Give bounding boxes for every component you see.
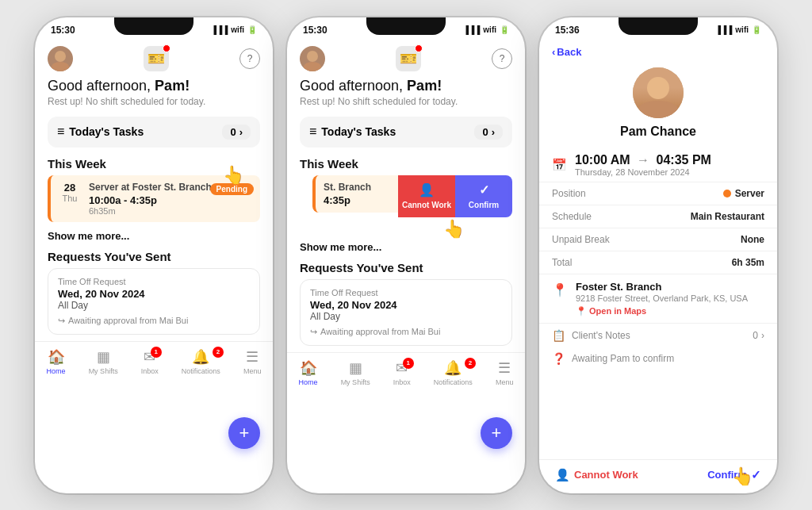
- notch-2: [366, 17, 446, 35]
- awaiting-row-3: ❓ Awaiting Pam to confirm: [539, 347, 777, 370]
- location-address-3: 9218 Foster Street, Overland Park, KS, U…: [576, 293, 748, 305]
- status-time-1: 15:30: [51, 25, 75, 36]
- notch-3: [619, 17, 698, 35]
- show-more-1[interactable]: Show me more...: [35, 227, 273, 248]
- request-type-2: Time Off Request: [310, 288, 502, 297]
- request-date-1: Wed, 20 Nov 2024: [58, 288, 250, 300]
- home-icon-2: 🏠: [300, 359, 317, 377]
- cannot-work-icon-3: 👤: [555, 468, 570, 482]
- open-in-maps-link-3[interactable]: 📍 Open in Maps: [576, 306, 748, 316]
- nav-inbox-1[interactable]: ✉ 1 Inbox: [141, 348, 159, 375]
- awaiting-text-3: Awaiting Pam to confirm: [572, 353, 674, 364]
- position-dot-3: [723, 190, 731, 197]
- phone-1: 15:30 ▐▐▐ wifi 🔋 🎫 ? Good afternoon, Pam…: [35, 17, 273, 493]
- inbox-badge-2: 1: [403, 358, 414, 369]
- this-week-title-1: This Week: [35, 154, 273, 175]
- confirm-icon: ✓: [479, 182, 489, 197]
- shift-location-partial-2: St. Branch: [324, 182, 371, 193]
- wifi-icon-2: wifi: [483, 25, 496, 34]
- tasks-chevron-1: ›: [239, 126, 243, 138]
- tasks-chevron-2: ›: [492, 126, 495, 138]
- nav-inbox-2[interactable]: ✉ 1 Inbox: [393, 359, 411, 386]
- awaiting-icon-1: ↪: [58, 316, 65, 326]
- help-button-1[interactable]: ?: [239, 48, 260, 69]
- avatar-1: [48, 46, 73, 71]
- shifts-icon-1: ▦: [97, 348, 110, 366]
- tasks-row-1[interactable]: ≡ Today's Tasks 0 ›: [48, 117, 260, 148]
- location-pin-icon: 📍: [552, 282, 568, 316]
- back-button-3[interactable]: ‹ Back: [552, 46, 581, 58]
- tasks-count-1: 0 ›: [222, 125, 251, 140]
- inbox-badge-1: 1: [151, 347, 162, 358]
- request-status-1: ↪ Awaiting approval from Mai Bui: [58, 316, 250, 326]
- schedule-label-3: Schedule: [552, 211, 592, 222]
- shift-card-1[interactable]: 28 Thu Server at Foster St. Branch 10:00…: [48, 175, 260, 222]
- wifi-icon-3: wifi: [735, 25, 749, 34]
- confirm-check-icon: ✓: [751, 468, 761, 482]
- location-name-3: Foster St. Branch: [576, 281, 748, 293]
- requests-title-2: Requests You've Sent: [287, 259, 525, 279]
- nav-shifts-2[interactable]: ▦ My Shifts: [341, 359, 370, 386]
- tasks-icon-2: ≡: [309, 125, 316, 139]
- nav-menu-1[interactable]: ☰ Menu: [243, 348, 262, 375]
- tasks-row-2[interactable]: ≡ Today's Tasks 0 ›: [300, 117, 512, 148]
- help-icon-1: ?: [247, 53, 253, 64]
- maps-pin-icon: 📍: [576, 306, 587, 316]
- cannot-work-swipe-btn[interactable]: 👤 Cannot Work: [398, 175, 455, 217]
- notifications-badge-1: 2: [213, 347, 224, 358]
- tasks-label-1: ≡ Today's Tasks: [57, 125, 144, 139]
- battery-icon: 🔋: [247, 25, 257, 34]
- nav-home-2[interactable]: 🏠 Home: [299, 359, 318, 386]
- cannot-work-button-3[interactable]: 👤 Cannot Work: [555, 468, 638, 482]
- notification-icon-1[interactable]: 🎫: [144, 46, 169, 71]
- nav-notifications-1[interactable]: 🔔 2 Notifications: [182, 348, 220, 375]
- notifications-icon-1: 🔔: [192, 348, 209, 366]
- notification-badge-1: [163, 44, 170, 52]
- total-value-3: 6h 35m: [732, 257, 764, 268]
- shift-location-1: Server at Foster St. Branch: [89, 182, 212, 193]
- fab-1[interactable]: +: [228, 417, 260, 449]
- nav-notifications-2[interactable]: 🔔 2 Notifications: [434, 359, 473, 386]
- confirm-button-3[interactable]: Confirm ✓: [707, 468, 761, 482]
- request-card-2: Time Off Request Wed, 20 Nov 2024 All Da…: [300, 279, 512, 346]
- signal-icon: ▐▐▐: [211, 25, 228, 34]
- help-button-2[interactable]: ?: [492, 48, 512, 69]
- shift-card-container-1: 28 Thu Server at Foster St. Branch 10:00…: [35, 175, 273, 227]
- show-more-2[interactable]: Show me more...: [287, 238, 525, 259]
- time-calendar-icon: 📅: [552, 158, 567, 172]
- phone-2: 15:30 ▐▐▐ wifi 🔋 🎫 ? Good afternoon, Pam…: [287, 17, 525, 493]
- total-row-3: Total 6h 35m: [539, 251, 777, 274]
- profile-section-3: Pam Chance: [539, 61, 777, 148]
- tasks-label-2: ≡ Today's Tasks: [309, 125, 396, 139]
- nav-menu-2[interactable]: ☰ Menu: [496, 359, 514, 386]
- swipe-actions-2: 👤 Cannot Work ✓ Confirm: [398, 175, 512, 217]
- nav-shifts-1[interactable]: ▦ My Shifts: [89, 348, 118, 375]
- request-status-2: ↪ Awaiting approval from Mai Bui: [310, 327, 502, 337]
- wifi-icon: wifi: [231, 25, 244, 34]
- position-row-3: Position Server: [539, 182, 777, 205]
- back-arrow-icon: ‹: [552, 46, 555, 58]
- tasks-count-2: 0 ›: [474, 125, 503, 140]
- fab-2[interactable]: +: [481, 417, 512, 449]
- avatar-lg-3: [633, 67, 684, 118]
- cursor-hand-2: 👆: [443, 219, 465, 240]
- pending-badge-1: Pending: [210, 183, 254, 195]
- greeting-2: Good afternoon, Pam!: [287, 76, 525, 96]
- fab-icon-2: +: [492, 423, 502, 443]
- confirm-swipe-btn[interactable]: ✓ Confirm: [455, 175, 512, 217]
- notes-label-3: Client's Notes: [572, 330, 630, 341]
- request-type-1: Time Off Request: [58, 277, 250, 286]
- status-icons-2: ▐▐▐ wifi 🔋: [463, 25, 509, 34]
- time-main-3: 10:00 AM → 04:35 PM: [575, 153, 711, 167]
- time-block-3: 📅 10:00 AM → 04:35 PM Thursday, 28 Novem…: [539, 148, 777, 182]
- bottom-nav-2: 🏠 Home ▦ My Shifts ✉ 1 Inbox 🔔 2 Notific…: [287, 352, 525, 396]
- nav-home-1[interactable]: 🏠 Home: [47, 348, 66, 375]
- app-header-2: 🎫 ?: [287, 40, 525, 76]
- awaiting-icon-3: ❓: [552, 352, 565, 365]
- avatar-2: [300, 46, 325, 71]
- notes-row-3: 📋 Client's Notes 0 ›: [539, 323, 777, 347]
- shift-day-num-1: 28: [59, 182, 81, 194]
- request-allday-2: All Day: [310, 311, 502, 322]
- position-value-3: Server: [723, 188, 764, 199]
- notification-icon-2[interactable]: 🎫: [396, 46, 421, 71]
